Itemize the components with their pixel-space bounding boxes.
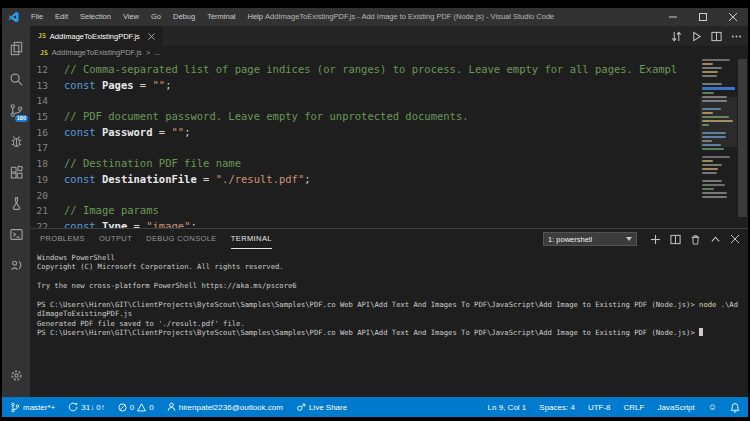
live-share-icon-small <box>296 402 306 412</box>
sync-label: 31↓ 0↑ <box>81 403 105 412</box>
terminal-line: dImageToExistingPDF.js <box>37 309 744 318</box>
new-terminal-icon[interactable] <box>650 234 661 245</box>
scm-badge: 180 <box>15 115 28 122</box>
line-col-status[interactable]: Ln 9, Col 1 <box>488 403 527 412</box>
errors-icon <box>118 403 127 412</box>
sync-icon <box>68 402 78 412</box>
extensions-icon[interactable] <box>2 157 30 188</box>
menu-file[interactable]: File <box>25 8 49 26</box>
git-branch-status[interactable]: master*+ <box>10 402 55 413</box>
vscode-window: FileEditSelectionViewGoDebugTerminalHelp… <box>2 8 748 417</box>
code-line: 20 <box>30 188 700 204</box>
vscode-logo-icon <box>8 11 20 23</box>
tab-close-icon[interactable] <box>148 33 155 40</box>
source-control-icon[interactable]: 180 <box>2 95 30 126</box>
editor-tab-bar: JS AddImageToExistingPDF.js <box>30 26 748 46</box>
minimap[interactable] <box>700 59 737 217</box>
code-editor[interactable]: 12// Comma-separated list of page indice… <box>30 59 700 228</box>
close-panel-icon[interactable] <box>730 234 740 244</box>
editor-scrollbar[interactable] <box>737 59 748 228</box>
terminal-shell-select[interactable]: 1: powershell <box>543 232 637 246</box>
panel: PROBLEMSOUTPUTDEBUG CONSOLETERMINAL 1: p… <box>30 228 748 397</box>
branch-label: master*+ <box>23 403 55 412</box>
maximize-panel-icon[interactable] <box>710 234 721 245</box>
code-line: 16const Password = ""; <box>30 125 700 141</box>
warnings-count: 0 <box>149 403 153 412</box>
errors-count: 0 <box>130 403 134 412</box>
git-branch-icon <box>10 402 20 413</box>
terminal-cursor <box>699 328 703 336</box>
tab-addimagetoexistingpdf[interactable]: JS AddImageToExistingPDF.js <box>30 26 163 46</box>
scrollbar-slider[interactable] <box>738 59 747 217</box>
warnings-icon <box>137 403 146 412</box>
live-share-status[interactable]: Live Share <box>296 402 347 412</box>
debug-icon[interactable] <box>2 126 30 157</box>
more-actions-icon[interactable] <box>731 31 742 42</box>
language-status[interactable]: JavaScript <box>657 403 694 412</box>
close-window-button[interactable] <box>718 8 748 26</box>
maximize-button[interactable] <box>688 8 718 26</box>
tab-label: AddImageToExistingPDF.js <box>50 32 140 41</box>
code-line: 21// Image params <box>30 203 700 219</box>
live-share-label: Live Share <box>309 403 347 412</box>
menu-debug[interactable]: Debug <box>167 8 201 26</box>
status-bar: master*+ 31↓ 0↑ 0 0 hirenpatel2236@outlo… <box>2 397 748 417</box>
encoding-status[interactable]: UTF-8 <box>588 403 611 412</box>
split-terminal-icon[interactable] <box>670 234 681 245</box>
account-icon <box>167 402 176 412</box>
panel-tab-terminal[interactable]: TERMINAL <box>231 229 272 249</box>
panel-tab-output[interactable]: OUTPUT <box>99 229 132 249</box>
menubar-items: FileEditSelectionViewGoDebugTerminalHelp <box>25 8 269 26</box>
menu-view[interactable]: View <box>117 8 145 26</box>
kill-terminal-icon[interactable] <box>690 234 701 245</box>
menu-go[interactable]: Go <box>145 8 167 26</box>
menu-selection[interactable]: Selection <box>74 8 117 26</box>
notifications-bell-icon[interactable] <box>730 402 740 413</box>
git-sync-status[interactable]: 31↓ 0↑ <box>68 402 105 412</box>
feedback-smiley-icon[interactable]: ☺ <box>708 403 717 412</box>
run-icon[interactable] <box>691 31 702 42</box>
search-icon[interactable] <box>2 64 30 95</box>
menu-terminal[interactable]: Terminal <box>201 8 241 26</box>
chevron-down-icon <box>626 237 632 241</box>
code-line: 17 <box>30 140 700 156</box>
explorer-icon[interactable] <box>2 33 30 64</box>
shell-select-value: 1: powershell <box>548 235 592 244</box>
open-changes-icon[interactable] <box>671 31 682 42</box>
minimize-button[interactable] <box>658 8 688 26</box>
code-line: 18// Destination PDF file name <box>30 156 700 172</box>
account-status[interactable]: hirenpatel2236@outlook.com <box>167 402 283 412</box>
menu-edit[interactable]: Edit <box>49 8 74 26</box>
eol-status[interactable]: CRLF <box>624 403 645 412</box>
terminal-line: PS C:\Users\Hiren\GIT\ClientProjects\Byt… <box>37 328 744 337</box>
live-share-icon[interactable] <box>2 250 30 281</box>
code-line: 22const Type = "image"; <box>30 219 700 228</box>
code-line: 19const DestinationFile = "./result.pdf"… <box>30 172 700 188</box>
code-line: 15// PDF document password. Leave empty … <box>30 109 700 125</box>
terminal-line: Windows PowerShell <box>37 253 744 262</box>
problems-status[interactable]: 0 0 <box>118 403 154 412</box>
terminal-line <box>37 272 744 281</box>
panel-tab-debug-console[interactable]: DEBUG CONSOLE <box>146 229 217 249</box>
terminal-line: Copyright (C) Microsoft Corporation. All… <box>37 262 744 271</box>
terminal-line <box>37 291 744 300</box>
panel-tab-problems[interactable]: PROBLEMS <box>40 229 85 249</box>
indent-status[interactable]: Spaces: 4 <box>539 403 575 412</box>
terminal-line: Generated PDF file saved to './result.pd… <box>37 319 744 328</box>
code-lines: 12// Comma-separated list of page indice… <box>30 62 700 228</box>
window-title: AddImageToExistingPDF.js - Add Image to … <box>265 8 554 26</box>
breadcrumb-separator: > <box>146 48 150 57</box>
remote-terminal-icon[interactable] <box>2 219 30 250</box>
code-line: 14 <box>30 93 700 109</box>
breadcrumb-file[interactable]: AddImageToExistingPDF.js <box>52 48 142 57</box>
code-line: 12// Comma-separated list of page indice… <box>30 62 700 78</box>
terminal-output[interactable]: Windows PowerShellCopyright (C) Microsof… <box>37 253 744 395</box>
settings-gear-icon[interactable] <box>2 360 30 391</box>
minimap-viewport <box>700 97 737 147</box>
split-editor-icon[interactable] <box>711 31 722 42</box>
test-beaker-icon[interactable] <box>2 188 30 219</box>
breadcrumb[interactable]: JS AddImageToExistingPDF.js > ... <box>30 46 700 59</box>
code-line: 13const Pages = ""; <box>30 78 700 94</box>
breadcrumb-tail[interactable]: ... <box>154 48 160 57</box>
js-file-icon-small: JS <box>40 49 48 57</box>
